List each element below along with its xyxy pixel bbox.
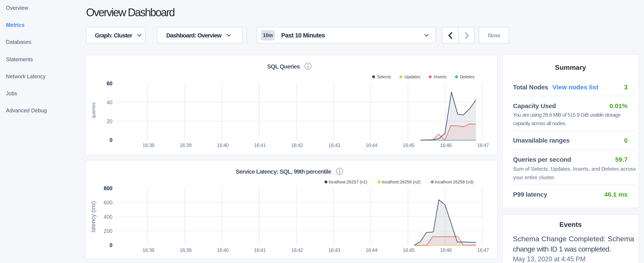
svg-text:200: 200 — [104, 228, 113, 234]
svg-text:16:40: 16:40 — [217, 247, 229, 253]
svg-text:0: 0 — [110, 137, 113, 143]
svg-text:16:43: 16:43 — [328, 247, 340, 253]
svg-text:400: 400 — [104, 214, 113, 220]
svg-text:16:42: 16:42 — [291, 142, 303, 148]
svg-text:16:47: 16:47 — [477, 142, 489, 148]
svg-text:40: 40 — [107, 99, 113, 105]
svg-text:800: 800 — [104, 185, 113, 191]
svg-text:16:46: 16:46 — [440, 142, 452, 148]
svg-text:0: 0 — [110, 242, 113, 248]
svg-text:16:38: 16:38 — [143, 142, 154, 148]
svg-text:16:38: 16:38 — [143, 247, 154, 253]
svg-text:16:41: 16:41 — [254, 142, 266, 148]
svg-text:16:45: 16:45 — [403, 142, 415, 148]
svg-text:16:44: 16:44 — [366, 247, 378, 253]
svg-text:16:45: 16:45 — [403, 247, 415, 253]
svg-text:16:41: 16:41 — [254, 247, 266, 253]
svg-text:16:39: 16:39 — [180, 247, 192, 253]
svg-text:latency (ms): latency (ms) — [90, 201, 97, 232]
svg-text:16:40: 16:40 — [217, 142, 229, 148]
svg-text:600: 600 — [104, 200, 113, 205]
svg-text:queries: queries — [91, 102, 96, 118]
svg-text:16:46: 16:46 — [440, 247, 452, 253]
svg-text:16:42: 16:42 — [291, 247, 303, 253]
svg-text:20: 20 — [107, 118, 113, 124]
svg-text:16:39: 16:39 — [180, 142, 192, 148]
svg-text:16:43: 16:43 — [328, 142, 340, 148]
svg-text:60: 60 — [107, 80, 113, 86]
svg-text:16:47: 16:47 — [477, 247, 489, 253]
svg-text:16:44: 16:44 — [366, 142, 378, 148]
